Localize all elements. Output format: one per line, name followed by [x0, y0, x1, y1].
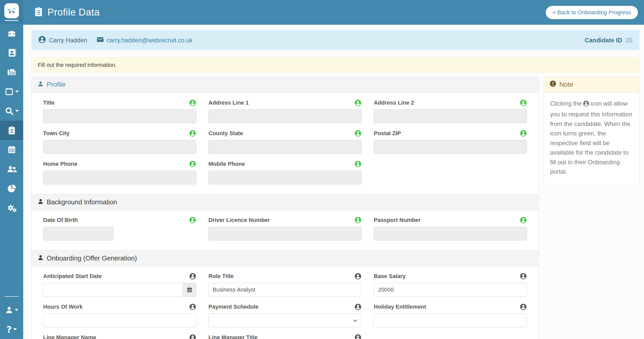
request-field-icon[interactable]	[520, 217, 527, 224]
sidebar-item-reports[interactable]	[0, 179, 23, 198]
field-label: Hours Of Work	[43, 304, 83, 310]
field-label: Address Line 1	[208, 99, 249, 106]
section-heading-onboarding-offer-generation: Onboarding (Offer Generation)	[32, 250, 538, 266]
request-field-icon[interactable]	[520, 303, 527, 310]
sidebar: ?	[0, 0, 23, 339]
field-address-line-1: Address Line 1	[208, 99, 362, 123]
role-title-input[interactable]	[208, 283, 362, 297]
postal-zip-input	[374, 140, 527, 154]
field-address-line-2: Address Line 2	[374, 99, 527, 123]
request-field-icon[interactable]	[189, 273, 196, 280]
request-field-icon[interactable]	[354, 217, 362, 224]
profile-data-panel: Profile Title Ad	[31, 77, 539, 339]
field-label: Payment Schedule	[208, 304, 258, 310]
sidebar-item-search[interactable]	[0, 101, 23, 121]
holiday-entitlement-input[interactable]	[374, 313, 527, 327]
base-salary-input[interactable]	[374, 283, 527, 297]
sidebar-item-schedule[interactable]	[0, 82, 23, 101]
candidate-email-group: carry.hadden@webrecruit.co.uk	[97, 36, 192, 44]
candidate-email-link[interactable]: carry.hadden@webrecruit.co.uk	[106, 37, 192, 44]
field-mobile-phone: Mobile Phone	[208, 160, 362, 184]
request-field-icon[interactable]	[189, 160, 196, 168]
request-field-icon[interactable]	[189, 217, 196, 224]
field-county-state: County State	[208, 130, 362, 154]
sidebar-item-fax[interactable]	[0, 62, 23, 82]
county-state-input	[208, 140, 362, 154]
request-field-icon[interactable]	[354, 99, 362, 106]
page-header: Profile Data « Back to Onboarding Progre…	[23, 0, 644, 25]
candidate-id-group: Candidate ID 25	[585, 37, 633, 44]
field-line-manager-title: Line Manager Title	[208, 334, 362, 339]
chevron-down-icon	[15, 91, 19, 93]
request-field-icon[interactable]	[354, 273, 362, 280]
field-role-title: Role Title	[208, 273, 362, 297]
butterfly-logo-icon	[4, 3, 19, 18]
title-input	[43, 109, 196, 123]
sidebar-item-settings[interactable]	[0, 198, 23, 218]
request-field-icon[interactable]	[189, 303, 196, 310]
field-anticipated-start-date: Anticipated Start Date	[43, 273, 196, 297]
field-label: Role Title	[208, 273, 234, 280]
section-title: Onboarding (Offer Generation)	[47, 254, 137, 262]
main-content: Carry Hadden carry.hadden@webrecruit.co.…	[31, 25, 639, 339]
field-label: Base Salary	[374, 273, 406, 280]
request-field-icon[interactable]	[520, 273, 527, 280]
field-label: Driver Licence Number	[208, 217, 270, 223]
page-title: Profile Data	[47, 7, 100, 18]
address-line-2-input	[374, 109, 527, 123]
field-label: Town City	[43, 130, 69, 137]
address-line-1-input	[208, 109, 362, 123]
date-of-birth-input	[43, 227, 114, 241]
user-circle-icon	[583, 100, 589, 109]
help-icon: ?	[6, 324, 12, 335]
field-label: Line Manager Title	[208, 334, 258, 339]
sidebar-item-users[interactable]	[0, 159, 23, 179]
calendar-picker-button[interactable]	[183, 283, 196, 297]
chevron-down-icon	[13, 328, 17, 330]
candidate-id-label: Candidate ID	[585, 37, 622, 44]
request-field-icon[interactable]	[189, 130, 196, 137]
note-text-after: icon will allow you to request this info…	[550, 100, 632, 175]
payment-schedule-select[interactable]	[208, 313, 362, 327]
field-label: Address Line 2	[374, 99, 414, 106]
alert-message: Fill out the required information.	[38, 62, 117, 68]
request-field-icon[interactable]	[354, 303, 362, 310]
field-label: Postal ZIP	[374, 130, 401, 137]
fax-icon	[7, 68, 17, 77]
request-field-icon[interactable]	[354, 160, 362, 168]
request-field-icon[interactable]	[354, 334, 362, 339]
sidebar-divider	[5, 296, 19, 297]
request-field-icon[interactable]	[189, 99, 196, 106]
page-title-group: Profile Data	[33, 7, 100, 18]
chevron-down-icon	[15, 110, 19, 112]
field-label: Anticipated Start Date	[43, 273, 102, 280]
note-panel: Note Clicking theicon will allow you to …	[544, 77, 639, 185]
field-line-manager-name: Line Manager Name	[43, 334, 196, 339]
back-to-onboarding-button[interactable]: « Back to Onboarding Progress	[546, 6, 638, 19]
field-date-of-birth: Date Of Birth	[43, 217, 196, 241]
request-field-icon[interactable]	[520, 130, 527, 137]
request-field-icon[interactable]	[189, 334, 196, 339]
sidebar-item-account[interactable]	[0, 300, 23, 320]
hours-of-work-input[interactable]	[43, 313, 196, 327]
note-heading: Note	[544, 77, 639, 93]
address-book-icon	[7, 48, 16, 57]
search-icon	[5, 106, 14, 116]
field-label: Mobile Phone	[208, 161, 245, 167]
note-body: Clicking theicon will allow you to reque…	[544, 93, 639, 185]
sidebar-item-profile-data[interactable]	[0, 121, 23, 140]
person-icon	[38, 254, 43, 262]
anticipated-start-date-input[interactable]	[43, 283, 183, 297]
sidebar-item-help[interactable]: ?	[0, 320, 23, 339]
field-postal-zip: Postal ZIP	[374, 130, 527, 154]
sidebar-item-candidates[interactable]	[0, 43, 23, 62]
app-logo[interactable]	[0, 0, 23, 24]
section-heading-profile: Profile	[32, 77, 538, 93]
sidebar-item-calendar[interactable]	[0, 140, 23, 159]
briefcase-icon	[7, 29, 16, 38]
clipboard-icon	[33, 7, 44, 18]
sidebar-item-jobs[interactable]	[0, 24, 23, 43]
driver-licence-number-input	[208, 227, 362, 241]
request-field-icon[interactable]	[520, 99, 527, 106]
request-field-icon[interactable]	[354, 130, 362, 137]
